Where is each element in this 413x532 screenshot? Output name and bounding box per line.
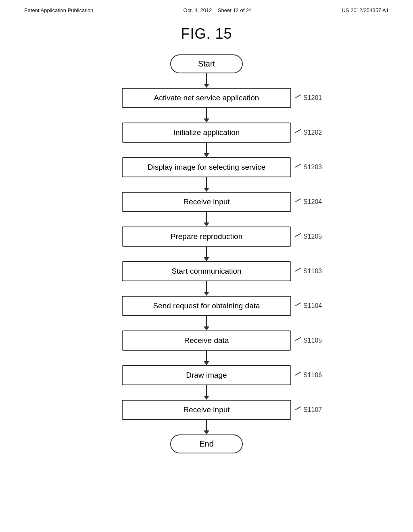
arrow-head bbox=[204, 118, 209, 123]
step-wrapper-s1103: Start communicationS1103 bbox=[122, 261, 291, 281]
step-label-s1205: S1205 bbox=[295, 233, 322, 240]
step-label-text-s1205: S1205 bbox=[303, 233, 322, 240]
arrow-line bbox=[206, 316, 207, 326]
arrow-8 bbox=[122, 351, 291, 365]
arrow-head bbox=[204, 326, 209, 330]
step-wrapper-s1106: Draw imageS1106 bbox=[122, 365, 291, 385]
step-wrapper-s1105: Receive dataS1105 bbox=[122, 330, 291, 351]
end-terminal: End bbox=[170, 434, 243, 453]
step-label-s1104: S1104 bbox=[295, 302, 322, 310]
step-label-s1103: S1103 bbox=[295, 268, 322, 275]
arrow-line bbox=[206, 143, 207, 153]
arrow-head bbox=[204, 361, 209, 365]
arrow-3 bbox=[122, 177, 291, 192]
arrow-line bbox=[206, 247, 207, 257]
step-label-text-s1107: S1107 bbox=[303, 406, 322, 414]
step-label-s1107: S1107 bbox=[295, 406, 322, 414]
arrow-head bbox=[204, 84, 209, 88]
process-s1202: Initialize application bbox=[122, 123, 291, 143]
step-wrapper-s1104: Send request for obtaining dataS1104 bbox=[122, 296, 291, 316]
flowchart: Start Activate net service applicationS1… bbox=[0, 54, 413, 453]
arrow-9 bbox=[122, 385, 291, 400]
step-wrapper-s1205: Prepare reproductionS1205 bbox=[122, 227, 291, 247]
step-wrapper-s1201: Activate net service applicationS1201 bbox=[122, 88, 291, 108]
step-label-text-s1202: S1202 bbox=[303, 129, 322, 136]
step-label-text-s1203: S1203 bbox=[303, 164, 322, 171]
arrow-head bbox=[204, 222, 209, 227]
arrow-line bbox=[206, 108, 207, 118]
step-label-s1105: S1105 bbox=[295, 337, 322, 344]
arrow-4 bbox=[122, 212, 291, 227]
arrow-1 bbox=[122, 108, 291, 123]
process-s1107: Receive input bbox=[122, 400, 291, 420]
step-wrapper-s1107: Receive inputS1107 bbox=[122, 400, 291, 420]
header-middle: Oct. 4, 2012 Sheet 12 of 24 bbox=[184, 7, 252, 13]
arrow-0 bbox=[204, 73, 209, 88]
arrow-10 bbox=[122, 420, 291, 434]
step-wrapper-s1204: Receive inputS1204 bbox=[122, 192, 291, 212]
step-label-text-s1201: S1201 bbox=[303, 94, 322, 102]
arrow-line bbox=[206, 420, 207, 430]
arrow-line bbox=[206, 351, 207, 361]
page-header: Patent Application Publication Oct. 4, 2… bbox=[0, 0, 413, 13]
end-terminal-wrapper: End bbox=[170, 434, 243, 453]
step-label-s1106: S1106 bbox=[295, 372, 322, 379]
process-s1201: Activate net service application bbox=[122, 88, 291, 108]
process-s1104: Send request for obtaining data bbox=[122, 296, 291, 316]
process-s1106: Draw image bbox=[122, 365, 291, 385]
arrow-head bbox=[204, 292, 209, 296]
arrow-head bbox=[204, 257, 209, 261]
arrow-line bbox=[206, 73, 207, 84]
header-right: US 2012/254357 A1 bbox=[342, 7, 389, 13]
start-terminal: Start bbox=[170, 54, 243, 73]
process-s1203: Display image for selecting service bbox=[122, 157, 291, 177]
arrow-6 bbox=[122, 281, 291, 296]
arrow-line bbox=[206, 385, 207, 396]
process-s1103: Start communication bbox=[122, 261, 291, 281]
step-label-s1204: S1204 bbox=[295, 198, 322, 206]
arrow-head bbox=[204, 188, 209, 192]
process-s1205: Prepare reproduction bbox=[122, 227, 291, 247]
process-s1105: Receive data bbox=[122, 330, 291, 351]
arrow-5 bbox=[122, 247, 291, 261]
step-label-text-s1105: S1105 bbox=[303, 337, 322, 344]
step-label-s1203: S1203 bbox=[295, 164, 322, 171]
step-label-s1202: S1202 bbox=[295, 129, 322, 136]
arrow-2 bbox=[122, 143, 291, 157]
step-label-text-s1106: S1106 bbox=[303, 372, 322, 379]
figure-title: FIG. 15 bbox=[0, 25, 413, 42]
header-left: Patent Application Publication bbox=[24, 7, 93, 13]
arrow-head bbox=[204, 430, 209, 434]
start-terminal-wrapper: Start bbox=[170, 54, 243, 73]
step-label-text-s1104: S1104 bbox=[303, 302, 322, 310]
step-wrapper-s1203: Display image for selecting serviceS1203 bbox=[122, 157, 291, 177]
arrow-head bbox=[204, 396, 209, 400]
arrow-7 bbox=[122, 316, 291, 330]
step-label-text-s1204: S1204 bbox=[303, 198, 322, 206]
step-label-s1201: S1201 bbox=[295, 94, 322, 102]
arrow-line bbox=[206, 212, 207, 222]
arrow-line bbox=[206, 281, 207, 292]
step-label-text-s1103: S1103 bbox=[303, 268, 322, 275]
arrow-head bbox=[204, 153, 209, 157]
arrow-line bbox=[206, 177, 207, 188]
step-wrapper-s1202: Initialize applicationS1202 bbox=[122, 123, 291, 143]
steps-container: Activate net service applicationS1201Ini… bbox=[122, 88, 291, 434]
process-s1204: Receive input bbox=[122, 192, 291, 212]
